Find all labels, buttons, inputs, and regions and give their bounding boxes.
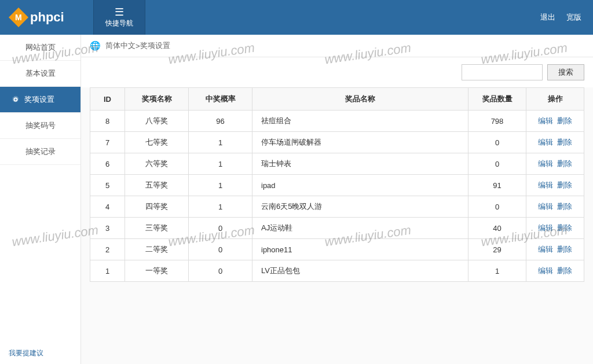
sidebar-item-label: 抽奖码号 [25, 121, 56, 130]
cell-id: 7 [90, 132, 125, 153]
cell-id: 8 [90, 111, 125, 132]
cell-probability: 0 [189, 239, 252, 260]
sidebar-item-award-settings[interactable]: 奖项设置 [0, 87, 80, 113]
sidebar-footer: 我要提建议 [0, 343, 80, 364]
cell-ops: 编辑 删除 [526, 196, 584, 218]
cell-award-name: 七等奖 [125, 132, 189, 153]
table-row: 8八等奖96祛痘组合798编辑 删除 [90, 111, 584, 132]
edit-link[interactable]: 编辑 [538, 266, 553, 275]
table-row: 1一等奖0LV正品包包1编辑 删除 [90, 260, 584, 282]
edit-link[interactable]: 编辑 [538, 116, 553, 125]
sidebar-item-label: 奖项设置 [24, 94, 54, 105]
edit-link[interactable]: 编辑 [538, 181, 553, 189]
delete-link[interactable]: 删除 [557, 116, 572, 125]
cell-probability: 1 [189, 175, 252, 196]
cell-probability: 0 [189, 260, 252, 282]
sidebar-item-label: 基本设置 [25, 69, 56, 78]
feedback-link[interactable]: 我要提建议 [9, 349, 43, 357]
cell-prize-name: 停车场道闸破解器 [252, 132, 468, 153]
wide-link[interactable]: 宽版 [566, 13, 581, 21]
cell-prize-name: ipad [252, 175, 468, 196]
delete-link[interactable]: 删除 [557, 138, 572, 146]
cell-ops: 编辑 删除 [526, 218, 584, 239]
delete-link[interactable]: 删除 [557, 223, 572, 232]
cell-quantity: 91 [468, 175, 526, 196]
col-header-quantity: 奖品数量 [468, 88, 526, 111]
cell-quantity: 40 [468, 218, 526, 239]
delete-link[interactable]: 删除 [557, 245, 572, 253]
cell-id: 5 [90, 175, 125, 196]
table-row: 3三等奖0AJ运动鞋40编辑 删除 [90, 218, 584, 239]
cell-probability: 1 [189, 132, 252, 153]
edit-link[interactable]: 编辑 [538, 245, 553, 253]
cell-quantity: 0 [468, 196, 526, 218]
logo-text: phpci [30, 10, 64, 25]
cell-award-name: 五等奖 [125, 175, 189, 196]
edit-link[interactable]: 编辑 [538, 202, 553, 211]
cell-id: 2 [90, 239, 125, 260]
breadcrumb-lang[interactable]: 简体中文 [105, 41, 136, 51]
header-left: M phpci ☰ 快捷导航 [0, 0, 145, 35]
list-icon: ☰ [115, 7, 124, 17]
sidebar-item-basic-settings[interactable]: 基本设置 [0, 61, 80, 87]
delete-link[interactable]: 删除 [557, 159, 572, 168]
cell-award-name: 八等奖 [125, 111, 189, 132]
cell-quantity: 0 [468, 153, 526, 175]
header-right: 退出 宽版 [532, 12, 581, 23]
cell-id: 6 [90, 153, 125, 175]
cell-ops: 编辑 删除 [526, 175, 584, 196]
cell-id: 4 [90, 196, 125, 218]
sidebar-item-home[interactable]: 网站首页 [0, 35, 80, 61]
cell-quantity: 798 [468, 111, 526, 132]
cell-award-name: 三等奖 [125, 218, 189, 239]
cell-prize-name: 云南6天5晚双人游 [252, 196, 468, 218]
logout-link[interactable]: 退出 [540, 13, 555, 21]
col-header-probability: 中奖概率 [189, 88, 252, 111]
globe-icon: 🌐 [90, 41, 101, 51]
table-row: 4四等奖1云南6天5晚双人游0编辑 删除 [90, 196, 584, 218]
edit-link[interactable]: 编辑 [538, 223, 553, 232]
cell-ops: 编辑 删除 [526, 260, 584, 282]
delete-link[interactable]: 删除 [557, 181, 572, 189]
breadcrumb: 🌐 简体中文 > 奖项设置 [81, 35, 593, 57]
logo[interactable]: M phpci [0, 10, 76, 25]
cell-probability: 1 [189, 153, 252, 175]
cell-probability: 0 [189, 218, 252, 239]
delete-link[interactable]: 删除 [557, 266, 572, 275]
quick-nav-button[interactable]: ☰ 快捷导航 [93, 0, 145, 35]
cell-ops: 编辑 删除 [526, 132, 584, 153]
cell-probability: 96 [189, 111, 252, 132]
col-header-award-name: 奖项名称 [125, 88, 189, 111]
cell-ops: 编辑 删除 [526, 153, 584, 175]
cell-probability: 1 [189, 196, 252, 218]
cell-quantity: 0 [468, 132, 526, 153]
cell-ops: 编辑 删除 [526, 239, 584, 260]
col-header-prize-name: 奖品名称 [252, 88, 468, 111]
sidebar-item-lottery-records[interactable]: 抽奖记录 [0, 139, 80, 165]
sidebar-item-label: 抽奖记录 [25, 147, 56, 156]
cell-prize-name: 瑞士钟表 [252, 153, 468, 175]
sidebar: 网站首页 基本设置 奖项设置 抽奖码号 抽奖记录 我要提建议 [0, 35, 81, 364]
cell-quantity: 1 [468, 260, 526, 282]
table-row: 5五等奖1ipad91编辑 删除 [90, 175, 584, 196]
cell-award-name: 一等奖 [125, 260, 189, 282]
col-header-id: ID [90, 88, 125, 111]
search-bar: 搜索 [81, 57, 593, 87]
table-row: 7七等奖1停车场道闸破解器0编辑 删除 [90, 132, 584, 153]
cell-prize-name: LV正品包包 [252, 260, 468, 282]
cell-id: 3 [90, 218, 125, 239]
cell-prize-name: iphone11 [252, 239, 468, 260]
edit-link[interactable]: 编辑 [538, 138, 553, 146]
cell-award-name: 六等奖 [125, 153, 189, 175]
search-input[interactable] [462, 64, 543, 80]
cell-award-name: 四等奖 [125, 196, 189, 218]
table-row: 6六等奖1瑞士钟表0编辑 删除 [90, 153, 584, 175]
delete-link[interactable]: 删除 [557, 202, 572, 211]
edit-link[interactable]: 编辑 [538, 159, 553, 168]
cell-award-name: 二等奖 [125, 239, 189, 260]
search-button[interactable]: 搜索 [547, 64, 584, 80]
sidebar-item-label: 网站首页 [25, 43, 56, 52]
gear-icon [12, 95, 20, 104]
table-header-row: ID 奖项名称 中奖概率 奖品名称 奖品数量 操作 [90, 88, 584, 111]
sidebar-item-lottery-codes[interactable]: 抽奖码号 [0, 113, 80, 139]
